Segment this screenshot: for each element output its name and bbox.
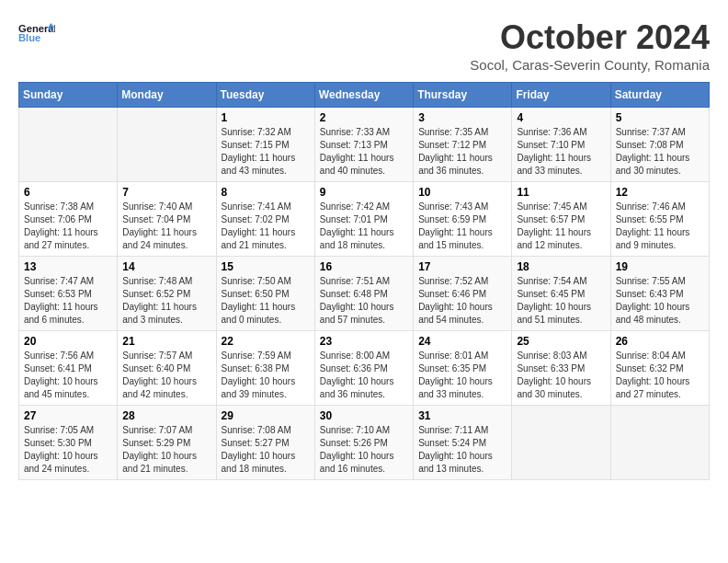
calendar-cell: 27Sunrise: 7:05 AMSunset: 5:30 PMDayligh… xyxy=(19,406,118,480)
location-subtitle: Socol, Caras-Severin County, Romania xyxy=(470,57,710,73)
calendar-cell: 1Sunrise: 7:32 AMSunset: 7:15 PMDaylight… xyxy=(216,108,314,182)
calendar-cell: 16Sunrise: 7:51 AMSunset: 6:48 PMDayligh… xyxy=(314,257,413,331)
calendar-cell: 11Sunrise: 7:45 AMSunset: 6:57 PMDayligh… xyxy=(512,182,610,257)
day-info: Sunrise: 7:52 AMSunset: 6:46 PMDaylight:… xyxy=(418,275,506,327)
calendar-cell: 2Sunrise: 7:33 AMSunset: 7:13 PMDaylight… xyxy=(314,108,413,182)
day-number: 16 xyxy=(320,260,408,273)
day-info: Sunrise: 7:41 AMSunset: 7:02 PMDaylight:… xyxy=(222,201,310,252)
day-number: 5 xyxy=(616,111,704,124)
weekday-header-row: SundayMondayTuesdayWednesdayThursdayFrid… xyxy=(19,83,710,108)
day-info: Sunrise: 7:56 AMSunset: 6:41 PMDaylight:… xyxy=(24,350,112,401)
calendar-cell xyxy=(512,406,610,480)
week-row-3: 13Sunrise: 7:47 AMSunset: 6:53 PMDayligh… xyxy=(19,257,710,331)
title-block: October 2024 Socol, Caras-Severin County… xyxy=(470,18,710,73)
calendar-cell: 31Sunrise: 7:11 AMSunset: 5:24 PMDayligh… xyxy=(414,406,512,480)
day-number: 6 xyxy=(24,186,112,199)
day-number: 24 xyxy=(418,335,506,348)
day-info: Sunrise: 7:40 AMSunset: 7:04 PMDaylight:… xyxy=(122,201,210,252)
calendar-cell: 18Sunrise: 7:54 AMSunset: 6:45 PMDayligh… xyxy=(512,257,610,331)
calendar-cell: 28Sunrise: 7:07 AMSunset: 5:29 PMDayligh… xyxy=(118,406,216,480)
weekday-header-friday: Friday xyxy=(512,83,610,108)
calendar-table: SundayMondayTuesdayWednesdayThursdayFrid… xyxy=(18,82,710,480)
day-info: Sunrise: 7:33 AMSunset: 7:13 PMDaylight:… xyxy=(320,126,408,178)
day-number: 19 xyxy=(616,260,704,273)
day-info: Sunrise: 7:51 AMSunset: 6:48 PMDaylight:… xyxy=(320,275,408,327)
week-row-4: 20Sunrise: 7:56 AMSunset: 6:41 PMDayligh… xyxy=(19,331,710,406)
day-number: 20 xyxy=(24,335,112,348)
calendar-cell: 29Sunrise: 7:08 AMSunset: 5:27 PMDayligh… xyxy=(216,406,314,480)
day-info: Sunrise: 8:03 AMSunset: 6:33 PMDaylight:… xyxy=(517,350,605,401)
calendar-cell: 13Sunrise: 7:47 AMSunset: 6:53 PMDayligh… xyxy=(19,257,118,331)
day-number: 8 xyxy=(222,186,310,199)
day-info: Sunrise: 7:43 AMSunset: 6:59 PMDaylight:… xyxy=(418,201,506,252)
day-info: Sunrise: 7:11 AMSunset: 5:24 PMDaylight:… xyxy=(418,424,506,476)
day-number: 25 xyxy=(517,335,605,348)
day-number: 29 xyxy=(222,409,310,422)
day-info: Sunrise: 7:47 AMSunset: 6:53 PMDaylight:… xyxy=(24,275,112,327)
day-number: 27 xyxy=(24,409,112,422)
day-info: Sunrise: 7:46 AMSunset: 6:55 PMDaylight:… xyxy=(616,201,704,252)
calendar-cell: 5Sunrise: 7:37 AMSunset: 7:08 PMDaylight… xyxy=(610,108,709,182)
calendar-cell xyxy=(610,406,709,480)
week-row-2: 6Sunrise: 7:38 AMSunset: 7:06 PMDaylight… xyxy=(19,182,710,257)
day-number: 23 xyxy=(320,335,408,348)
day-number: 17 xyxy=(418,260,506,273)
calendar-cell: 9Sunrise: 7:42 AMSunset: 7:01 PMDaylight… xyxy=(314,182,413,257)
calendar-cell xyxy=(118,108,216,182)
weekday-header-wednesday: Wednesday xyxy=(314,83,413,108)
day-number: 2 xyxy=(320,111,408,124)
day-info: Sunrise: 7:32 AMSunset: 7:15 PMDaylight:… xyxy=(222,126,310,178)
day-info: Sunrise: 7:42 AMSunset: 7:01 PMDaylight:… xyxy=(320,201,408,252)
calendar-cell: 21Sunrise: 7:57 AMSunset: 6:40 PMDayligh… xyxy=(118,331,216,406)
day-number: 13 xyxy=(24,260,112,273)
day-info: Sunrise: 7:55 AMSunset: 6:43 PMDaylight:… xyxy=(616,275,704,327)
calendar-cell: 8Sunrise: 7:41 AMSunset: 7:02 PMDaylight… xyxy=(216,182,314,257)
calendar-cell: 24Sunrise: 8:01 AMSunset: 6:35 PMDayligh… xyxy=(414,331,512,406)
day-info: Sunrise: 7:36 AMSunset: 7:10 PMDaylight:… xyxy=(517,126,605,178)
day-info: Sunrise: 8:04 AMSunset: 6:32 PMDaylight:… xyxy=(616,350,704,401)
day-info: Sunrise: 7:08 AMSunset: 5:27 PMDaylight:… xyxy=(222,424,310,476)
day-number: 3 xyxy=(418,111,506,124)
week-row-1: 1Sunrise: 7:32 AMSunset: 7:15 PMDaylight… xyxy=(19,108,710,182)
day-info: Sunrise: 7:48 AMSunset: 6:52 PMDaylight:… xyxy=(122,275,210,327)
calendar-cell: 19Sunrise: 7:55 AMSunset: 6:43 PMDayligh… xyxy=(610,257,709,331)
calendar-cell: 6Sunrise: 7:38 AMSunset: 7:06 PMDaylight… xyxy=(19,182,118,257)
day-number: 9 xyxy=(320,186,408,199)
logo: General Blue xyxy=(18,18,55,46)
day-info: Sunrise: 7:35 AMSunset: 7:12 PMDaylight:… xyxy=(418,126,506,178)
calendar-cell: 15Sunrise: 7:50 AMSunset: 6:50 PMDayligh… xyxy=(216,257,314,331)
calendar-cell: 14Sunrise: 7:48 AMSunset: 6:52 PMDayligh… xyxy=(118,257,216,331)
day-number: 14 xyxy=(122,260,210,273)
week-row-5: 27Sunrise: 7:05 AMSunset: 5:30 PMDayligh… xyxy=(19,406,710,480)
day-number: 7 xyxy=(122,186,210,199)
day-info: Sunrise: 7:54 AMSunset: 6:45 PMDaylight:… xyxy=(517,275,605,327)
weekday-header-thursday: Thursday xyxy=(414,83,512,108)
day-number: 4 xyxy=(517,111,605,124)
weekday-header-monday: Monday xyxy=(118,83,216,108)
calendar-cell: 23Sunrise: 8:00 AMSunset: 6:36 PMDayligh… xyxy=(314,331,413,406)
month-title: October 2024 xyxy=(470,18,710,57)
svg-text:Blue: Blue xyxy=(18,32,40,43)
day-number: 1 xyxy=(222,111,310,124)
calendar-cell: 26Sunrise: 8:04 AMSunset: 6:32 PMDayligh… xyxy=(610,331,709,406)
calendar-cell xyxy=(19,108,118,182)
calendar-cell: 17Sunrise: 7:52 AMSunset: 6:46 PMDayligh… xyxy=(414,257,512,331)
calendar-cell: 25Sunrise: 8:03 AMSunset: 6:33 PMDayligh… xyxy=(512,331,610,406)
calendar-cell: 30Sunrise: 7:10 AMSunset: 5:26 PMDayligh… xyxy=(314,406,413,480)
day-number: 28 xyxy=(122,409,210,422)
day-number: 12 xyxy=(616,186,704,199)
day-info: Sunrise: 8:01 AMSunset: 6:35 PMDaylight:… xyxy=(418,350,506,401)
day-info: Sunrise: 7:57 AMSunset: 6:40 PMDaylight:… xyxy=(122,350,210,401)
logo-svg: General Blue xyxy=(18,18,55,46)
day-number: 10 xyxy=(418,186,506,199)
page-header: General Blue October 2024 Socol, Caras-S… xyxy=(18,18,710,73)
calendar-cell: 22Sunrise: 7:59 AMSunset: 6:38 PMDayligh… xyxy=(216,331,314,406)
day-info: Sunrise: 7:59 AMSunset: 6:38 PMDaylight:… xyxy=(222,350,310,401)
day-info: Sunrise: 7:50 AMSunset: 6:50 PMDaylight:… xyxy=(222,275,310,327)
calendar-cell: 12Sunrise: 7:46 AMSunset: 6:55 PMDayligh… xyxy=(610,182,709,257)
day-number: 26 xyxy=(616,335,704,348)
day-number: 11 xyxy=(517,186,605,199)
calendar-cell: 20Sunrise: 7:56 AMSunset: 6:41 PMDayligh… xyxy=(19,331,118,406)
day-info: Sunrise: 7:10 AMSunset: 5:26 PMDaylight:… xyxy=(320,424,408,476)
day-info: Sunrise: 7:45 AMSunset: 6:57 PMDaylight:… xyxy=(517,201,605,252)
